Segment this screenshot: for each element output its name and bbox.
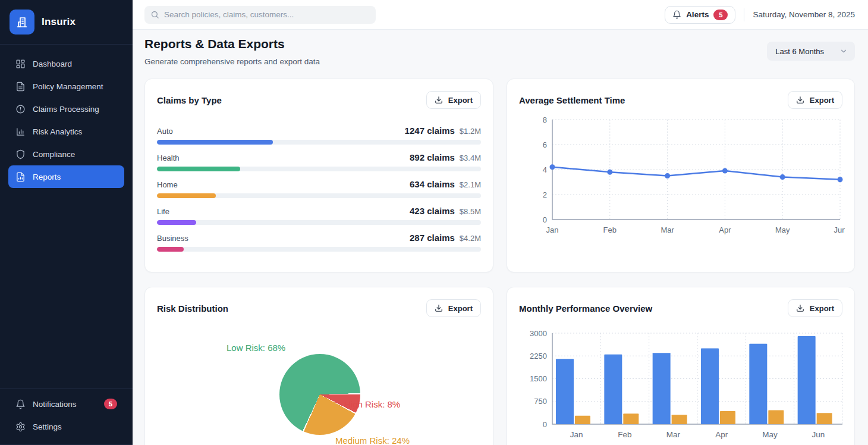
export-button-settlement[interactable]: Export bbox=[788, 91, 842, 109]
svg-text:Jun: Jun bbox=[834, 225, 845, 234]
svg-text:Mar: Mar bbox=[666, 430, 681, 439]
claim-bar-fill bbox=[157, 167, 240, 171]
card-average-settlement-time: Average Settlement Time Export 02468JanF… bbox=[507, 79, 855, 272]
bell-icon bbox=[672, 10, 681, 19]
svg-text:Apr: Apr bbox=[715, 430, 728, 439]
svg-text:0: 0 bbox=[543, 420, 547, 429]
sidebar-item-dashboard[interactable]: Dashboard bbox=[8, 52, 124, 75]
notifications-badge: 5 bbox=[104, 399, 117, 409]
main-area: Alerts 5 Saturday, November 8, 2025 Repo… bbox=[133, 0, 868, 445]
search-icon bbox=[150, 10, 159, 19]
svg-text:May: May bbox=[762, 430, 778, 439]
file-chart-icon bbox=[15, 172, 26, 182]
card-title: Claims by Type bbox=[157, 95, 222, 105]
sidebar: Insurix Dashboard Policy Management Clai… bbox=[0, 0, 133, 445]
pie-label-low-risk: Low Risk: 68% bbox=[227, 343, 285, 353]
claim-amount: $2.1M bbox=[460, 180, 481, 189]
svg-text:2250: 2250 bbox=[530, 352, 547, 361]
sidebar-bottom-pad bbox=[0, 438, 133, 444]
page-header: Reports & Data Exports Generate comprehe… bbox=[133, 30, 868, 66]
dashboard-icon bbox=[15, 59, 26, 69]
sidebar-nav: Dashboard Policy Management Claims Proce… bbox=[0, 45, 133, 188]
building-icon bbox=[10, 10, 34, 35]
cards-grid: Claims by Type Export Auto1247 claims$1.… bbox=[144, 79, 856, 445]
card-title: Average Settlement Time bbox=[519, 95, 625, 105]
sidebar-item-claims-processing[interactable]: Claims Processing bbox=[8, 98, 124, 120]
claim-type-label: Health bbox=[157, 153, 180, 162]
claim-count: 892 claims bbox=[410, 152, 455, 162]
sidebar-item-policy-management[interactable]: Policy Management bbox=[8, 75, 124, 98]
claim-type-label: Home bbox=[157, 180, 178, 189]
sidebar-item-notifications[interactable]: Notifications 5 bbox=[8, 393, 124, 415]
app-logo: Insurix bbox=[0, 0, 133, 45]
card-claims-by-type: Claims by Type Export Auto1247 claims$1.… bbox=[144, 79, 493, 272]
sidebar-item-risk-analytics[interactable]: Risk Analytics bbox=[8, 120, 124, 143]
svg-text:Mar: Mar bbox=[661, 225, 674, 234]
chevron-down-icon bbox=[839, 47, 848, 55]
page-title: Reports & Data Exports bbox=[144, 37, 320, 51]
claim-bar-track bbox=[157, 193, 481, 198]
card-risk-distribution: Risk Distribution Export Low Risk: 68% H… bbox=[144, 287, 493, 445]
app-name: Insurix bbox=[42, 16, 76, 28]
sidebar-item-settings[interactable]: Settings bbox=[8, 415, 124, 438]
claim-amount: $1.2M bbox=[460, 127, 481, 136]
page-header-text: Reports & Data Exports Generate comprehe… bbox=[144, 37, 320, 66]
current-date: Saturday, November 8, 2025 bbox=[753, 10, 855, 19]
alert-circle-icon bbox=[15, 104, 26, 114]
bar-chart-icon bbox=[15, 127, 26, 137]
sidebar-spacer bbox=[0, 188, 133, 388]
claim-bar-fill bbox=[157, 247, 184, 252]
topbar-divider bbox=[744, 8, 744, 21]
alerts-button[interactable]: Alerts 5 bbox=[665, 6, 735, 24]
pie-graphic bbox=[279, 354, 360, 435]
claim-type-label: Auto bbox=[157, 127, 173, 136]
claim-count: 423 claims bbox=[410, 206, 455, 216]
claim-bar-fill bbox=[157, 193, 216, 198]
svg-text:3000: 3000 bbox=[530, 329, 547, 338]
claim-amount: $8.5M bbox=[460, 207, 481, 216]
claim-count: 1247 claims bbox=[405, 126, 455, 136]
svg-text:Jan: Jan bbox=[570, 430, 583, 439]
file-text-icon bbox=[15, 82, 26, 92]
claim-type-label: Life bbox=[157, 207, 169, 216]
claim-count: 634 claims bbox=[410, 179, 455, 189]
svg-text:May: May bbox=[775, 225, 790, 234]
claim-count: 287 claims bbox=[410, 233, 455, 243]
claim-type-row: Auto1247 claims$1.2M bbox=[157, 126, 481, 152]
svg-text:0: 0 bbox=[543, 215, 547, 224]
bell-icon bbox=[15, 399, 26, 409]
gear-icon bbox=[15, 422, 26, 432]
svg-text:1500: 1500 bbox=[530, 374, 547, 383]
sidebar-item-compliance[interactable]: Compliance bbox=[8, 143, 124, 165]
svg-text:Jun: Jun bbox=[812, 430, 825, 439]
claim-amount: $4.2M bbox=[460, 234, 481, 243]
download-icon bbox=[435, 96, 443, 104]
svg-text:8: 8 bbox=[543, 115, 547, 124]
claim-bar-track bbox=[157, 140, 481, 145]
svg-text:Apr: Apr bbox=[719, 225, 731, 234]
claim-type-row: Health892 claims$3.4M bbox=[157, 152, 481, 179]
svg-text:Feb: Feb bbox=[603, 225, 617, 234]
topbar-right: Alerts 5 Saturday, November 8, 2025 bbox=[665, 6, 855, 24]
alerts-badge: 5 bbox=[713, 10, 728, 20]
claim-type-label: Business bbox=[157, 234, 188, 243]
claim-bar-track bbox=[157, 167, 481, 171]
download-icon bbox=[796, 96, 804, 104]
page-content: Reports & Data Exports Generate comprehe… bbox=[133, 30, 868, 445]
claim-bar-track bbox=[157, 220, 481, 225]
svg-text:2: 2 bbox=[543, 190, 547, 199]
svg-text:Jan: Jan bbox=[546, 225, 559, 234]
sidebar-item-reports[interactable]: Reports bbox=[8, 165, 124, 188]
claim-type-row: Life423 claims$8.5M bbox=[157, 206, 481, 233]
search-box[interactable] bbox=[144, 6, 376, 24]
claim-bar-fill bbox=[157, 140, 273, 145]
monthly-bar-chart: 0750150022503000JanFebMarAprMayJun bbox=[519, 328, 845, 445]
claim-bar-fill bbox=[157, 220, 196, 225]
svg-text:6: 6 bbox=[543, 140, 547, 149]
export-button-monthly[interactable]: Export bbox=[788, 299, 842, 317]
date-range-select[interactable]: Last 6 Months bbox=[767, 42, 855, 61]
search-input[interactable] bbox=[164, 10, 370, 19]
settlement-line-chart: 02468JanFebMarAprMayJun bbox=[519, 112, 845, 239]
export-button-claims[interactable]: Export bbox=[426, 91, 481, 109]
claims-type-list: Auto1247 claims$1.2MHealth892 claims$3.4… bbox=[157, 126, 481, 259]
